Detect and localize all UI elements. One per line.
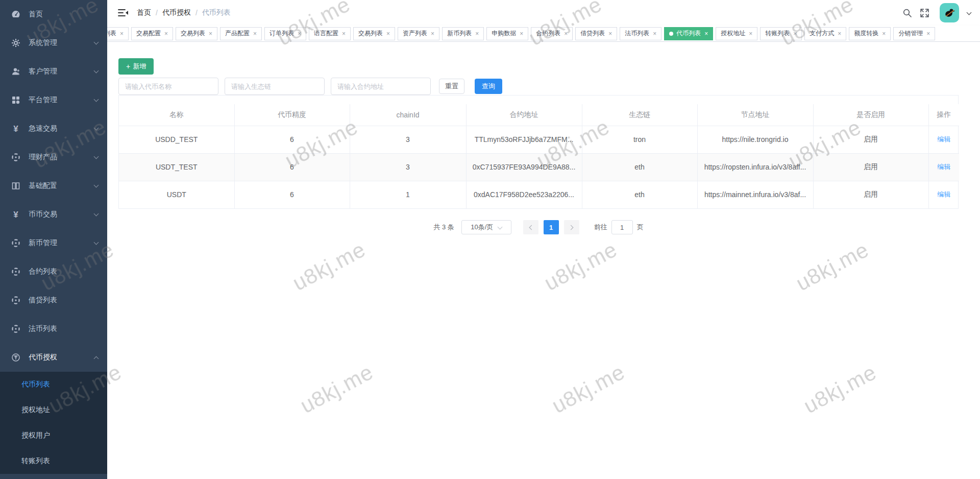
sidebar-item-label: 合约列表 — [29, 267, 98, 276]
close-icon[interactable] — [253, 31, 257, 37]
table-cell: 启用 — [813, 181, 928, 208]
close-icon[interactable] — [475, 31, 479, 37]
sidebar-item[interactable]: 合约列表 — [0, 257, 107, 286]
caret-down-icon[interactable] — [967, 10, 972, 15]
chevron-down-icon — [498, 224, 503, 229]
tab-产品配置[interactable]: 产品配置 — [220, 27, 262, 40]
close-icon[interactable] — [209, 31, 212, 37]
sidebar-subitem-label: 授权用户 — [21, 431, 50, 440]
sidebar-item-label: 客户管理 — [29, 67, 94, 76]
sidebar-item[interactable]: 法币列表 — [0, 315, 107, 343]
tab-新币列表[interactable]: 新币列表 — [442, 27, 484, 40]
sidebar-subitem[interactable]: 授权用户 — [0, 423, 107, 448]
tab-语言配置[interactable]: 语言配置 — [309, 27, 351, 40]
close-icon[interactable] — [838, 31, 841, 37]
content: 新增 重置 查询 名称代币精度chainId合约地址生态链节点地址是否启用操作 … — [107, 42, 980, 251]
sidebar-item[interactable]: 客户管理 — [0, 57, 107, 86]
close-icon[interactable] — [431, 31, 434, 37]
sidebar-item[interactable]: 代币授权 — [0, 343, 107, 372]
tab-列表[interactable]: 列表 — [107, 27, 129, 40]
close-icon[interactable] — [164, 31, 168, 37]
table-cell: 6 — [234, 153, 350, 181]
fullscreen-icon[interactable] — [919, 8, 929, 18]
reset-button[interactable]: 重置 — [439, 79, 464, 94]
sidebar-subitem[interactable]: 转账列表 — [0, 448, 107, 474]
hamburger-icon[interactable] — [117, 8, 129, 18]
breadcrumb-item[interactable]: 代币授权 — [162, 8, 191, 17]
close-icon[interactable] — [342, 31, 346, 37]
sidebar-item-label: 首页 — [29, 10, 98, 19]
next-page-button[interactable] — [564, 220, 579, 234]
sidebar-item[interactable]: 系统管理 — [0, 29, 107, 57]
close-icon[interactable] — [386, 31, 390, 37]
sidebar-subitem[interactable]: 授权地址 — [0, 397, 107, 423]
tab-代币列表[interactable]: 代币列表 — [664, 27, 713, 40]
sidebar-item[interactable]: 借贷列表 — [0, 286, 107, 315]
add-button[interactable]: 新增 — [118, 58, 154, 75]
edit-link[interactable]: 编辑 — [937, 190, 950, 198]
goto-page-input[interactable] — [611, 220, 633, 234]
tab-额度转换[interactable]: 额度转换 — [849, 27, 891, 40]
sidebar-subitem[interactable]: 代币列表 — [0, 372, 107, 397]
tab-交易列表[interactable]: 交易列表 — [353, 27, 395, 40]
tab-合约列表[interactable]: 合约列表 — [531, 27, 573, 40]
table-cell: USDD_TEST — [119, 126, 234, 153]
sidebar-item[interactable]: 首页 — [0, 0, 107, 29]
breadcrumb: 首页/代币授权/代币列表 — [137, 8, 231, 17]
close-icon[interactable] — [520, 31, 523, 37]
tab-法币列表[interactable]: 法币列表 — [620, 27, 662, 40]
dashboard-icon — [11, 10, 20, 19]
table-cell: 3 — [350, 126, 466, 153]
tab-授权地址[interactable]: 授权地址 — [716, 27, 757, 40]
page-number-button[interactable]: 1 — [544, 220, 559, 234]
search-icon[interactable] — [902, 8, 912, 18]
contract-address-input[interactable] — [331, 78, 431, 95]
table-cell: eth — [582, 181, 697, 208]
token-name-input[interactable] — [118, 78, 218, 95]
search-button[interactable]: 查询 — [475, 79, 502, 94]
sidebar-item[interactable]: 新币管理 — [0, 229, 107, 257]
sidebar-item[interactable]: ¥ 急速交易 — [0, 114, 107, 143]
yen-icon: ¥ — [11, 124, 20, 133]
sidebar-item[interactable]: ¥ 币币交易 — [0, 200, 107, 229]
tab-交易列表[interactable]: 交易列表 — [176, 27, 217, 40]
column-header: 是否启用 — [813, 104, 928, 126]
tab-订单列表[interactable]: 订单列表 — [264, 27, 306, 40]
eco-chain-input[interactable] — [225, 78, 325, 95]
close-icon[interactable] — [926, 31, 930, 37]
tab-借贷列表[interactable]: 借贷列表 — [575, 27, 617, 40]
table-cell: 1 — [350, 181, 466, 208]
tab-资产列表[interactable]: 资产列表 — [398, 27, 439, 40]
tab-交易配置[interactable]: 交易配置 — [131, 27, 173, 40]
close-icon[interactable] — [704, 31, 708, 37]
tab-支付方式[interactable]: 支付方式 — [804, 27, 846, 40]
prev-page-button[interactable] — [523, 220, 538, 234]
component-icon — [11, 296, 20, 305]
breadcrumb-item[interactable]: 首页 — [137, 8, 151, 17]
tab-分销管理[interactable]: 分销管理 — [893, 27, 935, 40]
tab-申购数据[interactable]: 申购数据 — [486, 27, 528, 40]
book-icon — [11, 181, 20, 190]
sidebar-item[interactable]: 基础配置 — [0, 172, 107, 200]
table-cell: eth — [582, 153, 697, 181]
close-icon[interactable] — [120, 31, 124, 37]
column-header: chainId — [350, 104, 466, 126]
chevron-down-icon — [94, 40, 99, 45]
close-icon[interactable] — [749, 31, 752, 37]
edit-link[interactable]: 编辑 — [937, 135, 950, 143]
close-icon[interactable] — [793, 31, 797, 37]
sidebar-item[interactable]: 平台管理 — [0, 86, 107, 114]
close-icon[interactable] — [564, 31, 568, 37]
column-header: 合约地址 — [466, 104, 582, 126]
close-icon[interactable] — [653, 31, 656, 37]
close-icon[interactable] — [608, 31, 612, 37]
page-size-select[interactable]: 10条/页 — [461, 220, 511, 234]
edit-link[interactable]: 编辑 — [937, 163, 950, 171]
tab-转账列表[interactable]: 转账列表 — [760, 27, 802, 40]
sidebar-item[interactable]: 理财产品 — [0, 143, 107, 172]
column-header: 代币精度 — [234, 104, 350, 126]
close-icon[interactable] — [298, 31, 301, 37]
close-icon[interactable] — [882, 31, 886, 37]
avatar[interactable] — [940, 3, 959, 22]
component-icon — [11, 153, 20, 162]
